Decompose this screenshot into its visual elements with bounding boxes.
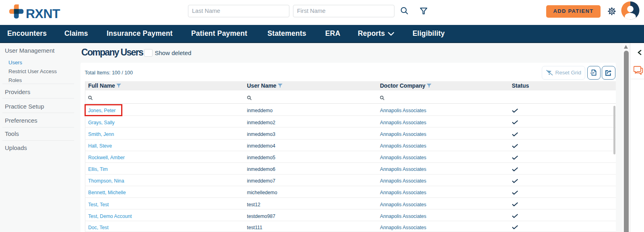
svg-text:pdf: pdf <box>590 71 595 74</box>
